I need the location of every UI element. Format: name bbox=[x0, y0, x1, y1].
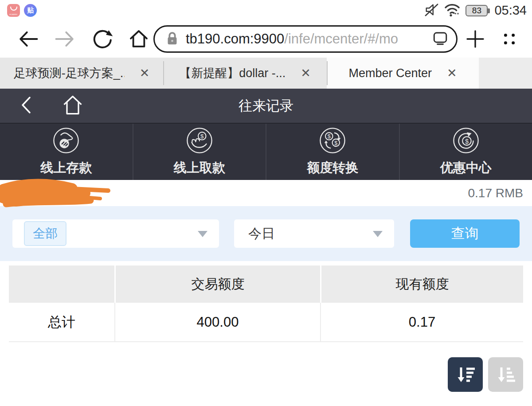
tab-new-reminder[interactable]: 【新提醒】dollar -... ✕ bbox=[163, 58, 327, 89]
page-home-icon[interactable] bbox=[61, 94, 84, 118]
status-bar: HUAWEI 贴 bbox=[0, 0, 532, 20]
balance-row: 0.17 RMB bbox=[0, 180, 532, 206]
svg-text:$: $ bbox=[465, 138, 469, 145]
filter-bar: 全部 今日 查询 bbox=[0, 206, 532, 261]
tab-title: Member Center bbox=[348, 66, 432, 80]
tab-football-prediction[interactable]: 足球预测-足球方案_... ✕ bbox=[0, 58, 163, 89]
battery-percent: 83 bbox=[472, 6, 481, 16]
clock: 05:34 bbox=[494, 3, 527, 18]
sort-descending-button[interactable] bbox=[448, 357, 483, 392]
url-text: tb190.com:9900/infe/mcenter/#/mo bbox=[186, 31, 430, 47]
huawei-appgallery-label: HUAWEI bbox=[9, 13, 17, 16]
table-header-current: 现有额度 bbox=[320, 265, 523, 303]
lock-icon bbox=[164, 29, 180, 49]
nav-label: 线上取款 bbox=[174, 159, 225, 177]
back-button[interactable] bbox=[17, 27, 40, 51]
url-bar[interactable]: tb190.com:9900/infe/mcenter/#/mo bbox=[153, 25, 458, 53]
wifi-icon bbox=[444, 2, 461, 19]
tieba-icon: 贴 bbox=[24, 4, 37, 17]
tab-strip-filler bbox=[479, 58, 532, 89]
svg-text:$: $ bbox=[200, 133, 204, 140]
query-button[interactable]: 查询 bbox=[410, 219, 520, 248]
menu-button[interactable] bbox=[499, 29, 520, 49]
page-back-icon[interactable] bbox=[18, 94, 35, 118]
mute-icon bbox=[424, 3, 439, 19]
coin-cycle-icon: $ bbox=[452, 127, 480, 156]
forward-button[interactable] bbox=[53, 27, 76, 51]
browser-toolbar: tb190.com:9900/infe/mcenter/#/mo bbox=[0, 20, 532, 58]
table-header-empty bbox=[9, 265, 114, 303]
withdraw-hand-coin-icon: $ bbox=[186, 127, 213, 156]
nav-item-quota-transfer[interactable]: $ $ 额度转换 bbox=[266, 124, 399, 180]
url-path: /infe/mcenter/#/mo bbox=[284, 31, 398, 47]
date-filter-select[interactable]: 今日 bbox=[234, 219, 394, 248]
close-icon[interactable]: ✕ bbox=[447, 66, 457, 80]
nav-label: 额度转换 bbox=[307, 159, 358, 177]
tieba-glyph: 贴 bbox=[27, 6, 34, 15]
row-label: 总计 bbox=[9, 303, 114, 341]
home-button[interactable] bbox=[127, 27, 151, 51]
deposit-hand-cash-icon bbox=[52, 127, 80, 156]
status-indicators: 83 05:34 bbox=[424, 2, 527, 19]
tab-title: 【新提醒】dollar -... bbox=[179, 65, 286, 81]
nav-label: 线上存款 bbox=[40, 159, 92, 177]
page-header: 往来记录 bbox=[0, 89, 532, 123]
notification-app-icons: HUAWEI 贴 bbox=[7, 4, 37, 17]
huawei-appgallery-icon: HUAWEI bbox=[7, 4, 20, 17]
balance-amount: 0.17 RMB bbox=[468, 186, 524, 200]
orange-scribble-redaction bbox=[0, 176, 116, 211]
tab-member-center[interactable]: Member Center ✕ bbox=[327, 58, 479, 89]
nav-item-online-deposit[interactable]: 线上存款 bbox=[0, 124, 133, 180]
url-host: tb190.com:9900 bbox=[186, 31, 284, 47]
chevron-down-icon bbox=[198, 231, 207, 237]
sort-buttons bbox=[448, 357, 523, 392]
table-header-row: 交易额度 现有额度 bbox=[9, 265, 523, 303]
close-icon[interactable]: ✕ bbox=[301, 66, 311, 80]
screen: HUAWEI 贴 bbox=[0, 0, 532, 406]
tab-strip: 足球预测-足球方案_... ✕ 【新提醒】dollar -... ✕ Membe… bbox=[0, 58, 532, 89]
quick-nav: 线上存款 $ 线上取款 $ $ bbox=[0, 123, 532, 180]
summary-table: 交易额度 现有额度 总计 400.00 0.17 bbox=[9, 265, 523, 342]
sort-ascending-button[interactable] bbox=[488, 357, 523, 392]
nav-item-promo-center[interactable]: $ 优惠中心 bbox=[399, 124, 532, 180]
table-header-transaction: 交易额度 bbox=[114, 265, 320, 303]
svg-text:$: $ bbox=[335, 140, 338, 146]
nav-label: 优惠中心 bbox=[440, 159, 492, 177]
table-row-total: 总计 400.00 0.17 bbox=[9, 303, 523, 342]
new-tab-button[interactable] bbox=[465, 28, 486, 50]
svg-text:$: $ bbox=[328, 133, 331, 140]
battery-icon: 83 bbox=[466, 5, 488, 16]
transaction-amount: 400.00 bbox=[114, 303, 320, 341]
desktop-mode-icon[interactable] bbox=[430, 28, 450, 50]
refresh-button[interactable] bbox=[90, 27, 113, 51]
coins-swap-icon: $ $ bbox=[319, 127, 346, 156]
current-amount: 0.17 bbox=[320, 303, 523, 341]
nav-item-online-withdraw[interactable]: $ 线上取款 bbox=[133, 124, 266, 180]
close-icon[interactable]: ✕ bbox=[140, 66, 150, 80]
tab-title: 足球预测-足球方案_... bbox=[14, 65, 125, 81]
chevron-down-icon bbox=[373, 231, 383, 237]
type-filter-chip: 全部 bbox=[24, 221, 66, 246]
type-filter-select[interactable]: 全部 bbox=[12, 219, 219, 248]
date-filter-value: 今日 bbox=[248, 225, 275, 243]
